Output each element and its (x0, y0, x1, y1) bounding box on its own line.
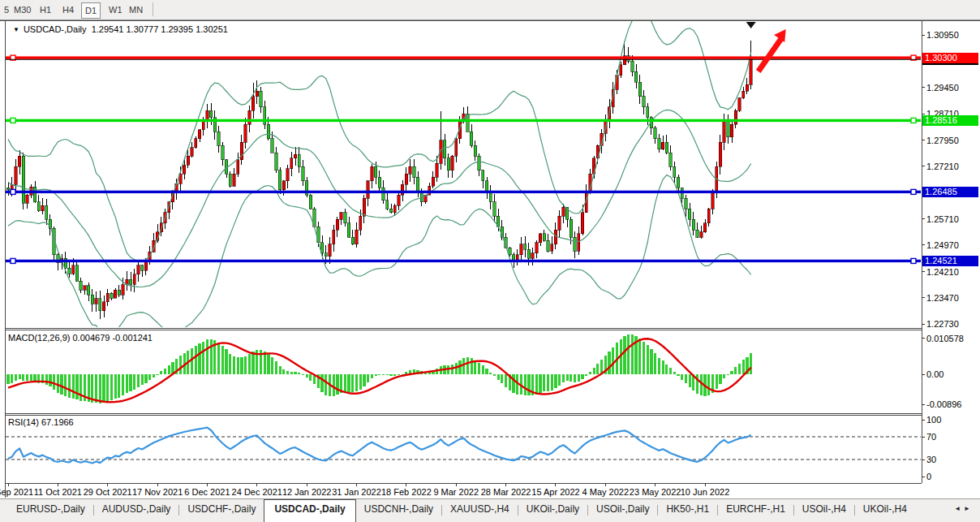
price-axis-label: 1.25710 (926, 214, 959, 225)
candle-body (260, 91, 262, 106)
hline-1.30300[interactable] (6, 56, 922, 58)
macd-bar (106, 374, 109, 402)
symbol-tab-XAUUSD-H4[interactable]: XAUUSD-,H4 (442, 499, 518, 522)
macd-signal-value: -0.001241 (112, 333, 153, 343)
macd-bar (290, 372, 293, 374)
candle-body (416, 177, 419, 191)
macd-bar (102, 374, 105, 403)
candle-body (87, 286, 89, 295)
candle-body (447, 158, 449, 170)
macd-bar (11, 374, 13, 383)
candle-body (106, 293, 109, 301)
macd-bar (471, 358, 473, 374)
candle-body (72, 265, 75, 274)
candle-body (359, 216, 362, 230)
candle-body (37, 202, 40, 211)
hline-handle[interactable] (911, 118, 916, 123)
candle-body (191, 148, 193, 157)
macd-bar (662, 360, 664, 374)
candle-body (264, 107, 266, 125)
candle-body (371, 166, 373, 180)
candle-body (282, 181, 285, 190)
candle-body (229, 174, 231, 186)
candle-body (516, 255, 518, 260)
candle-body (22, 156, 24, 203)
date-label: 10 Jun 2022 (668, 487, 741, 497)
hline-handle[interactable] (911, 258, 916, 263)
price-axis-label: 1.27210 (926, 162, 959, 172)
candle-body (118, 290, 120, 295)
symbol-tab-USDCHF-Daily[interactable]: USDCHF-,Daily (179, 499, 264, 522)
macd-bar (719, 374, 721, 384)
macd-bar (367, 374, 369, 382)
candle-body (393, 205, 396, 213)
hline-1.28516[interactable] (6, 119, 922, 122)
macd-bar (359, 374, 362, 390)
macd-name: MACD(12,26,9) (8, 333, 70, 343)
macd-bar (53, 374, 55, 390)
symbol-tab-UKOil-Daily[interactable]: UKOil-,Daily (518, 499, 587, 522)
macd-bar (244, 356, 247, 374)
macd-bar (539, 374, 541, 393)
macd-bar (137, 374, 140, 387)
hline-handle[interactable] (11, 189, 15, 194)
symbol-tab-AUDUSD-Daily[interactable]: AUDUSD-,Daily (94, 499, 179, 522)
macd-bar (206, 339, 208, 374)
hline-handle[interactable] (11, 258, 15, 263)
rsi-panel[interactable] (6, 428, 922, 464)
macd-bar (512, 374, 514, 393)
symbol-tab-USDCNH-Daily[interactable]: USDCNH-,Daily (356, 499, 441, 522)
macd-bar (57, 374, 59, 393)
symbol-tab-USOil-Daily[interactable]: USOil-,Daily (588, 499, 657, 522)
macd-bar (650, 349, 652, 374)
main-chart-panel[interactable] (6, 9, 922, 334)
symbol-tab-USOil-H4[interactable]: USOil-,H4 (794, 499, 854, 522)
symbol-tab-UKOil-H4[interactable]: UKOil-,H4 (855, 499, 915, 522)
candle-body (665, 142, 668, 153)
down-triangle-marker[interactable] (746, 22, 756, 28)
macd-bar (19, 374, 21, 379)
macd-bar (631, 334, 634, 374)
price-badge-1.26485: 1.26485 (922, 187, 978, 197)
macd-panel[interactable] (6, 334, 752, 403)
candle-body (520, 244, 522, 255)
symbol-tab-EURCHF-H1[interactable]: EURCHF-,H1 (718, 499, 793, 522)
candle-body (217, 132, 220, 145)
candle-body (470, 132, 472, 145)
macd-bar (543, 374, 545, 391)
candle-body (344, 213, 346, 223)
hline-1.24521[interactable] (6, 260, 922, 262)
macd-bar (742, 360, 745, 374)
candle-body (202, 121, 204, 130)
symbol-tab-HK50-H1[interactable]: HK50-,H1 (658, 499, 717, 522)
symbol-tab-USDCAD-Daily[interactable]: USDCAD-,Daily (264, 499, 355, 522)
tab-scroll-left-icon[interactable]: ◄ (954, 505, 964, 512)
macd-bar (738, 364, 741, 374)
macd-bar (386, 374, 389, 375)
macd-bar (286, 371, 289, 374)
candle-body (535, 243, 538, 253)
candle-body (355, 230, 358, 244)
macd-bar (325, 374, 327, 395)
symbol-tab-EURUSD-Daily[interactable]: EURUSD-,Daily (8, 499, 93, 522)
hline-handle[interactable] (911, 189, 916, 194)
symbol-dropdown-icon[interactable]: ▼ (13, 26, 19, 33)
macd-bar (398, 374, 400, 375)
candle-body (485, 181, 488, 192)
hline-1.26485[interactable] (6, 191, 922, 193)
candle-body (133, 274, 135, 285)
candle-body (18, 156, 20, 166)
macd-bar (451, 365, 453, 374)
candle-body (405, 174, 407, 184)
hline-handle[interactable] (11, 118, 15, 123)
candle-body (551, 244, 553, 252)
breakout-arrow-shaft[interactable] (759, 39, 781, 71)
tab-scroll-right-icon[interactable]: ► (964, 505, 974, 512)
chart-canvas[interactable] (0, 0, 980, 522)
candle-body (95, 299, 97, 304)
macd-bar (75, 374, 78, 399)
candle-body (286, 169, 289, 181)
macd-axis-label: 0.00 (926, 369, 943, 380)
candle-body (80, 281, 82, 290)
mt4-window: 5M30H1H4D1W1MN ▼USDCAD-,Daily 1.29541 1.… (0, 0, 980, 522)
